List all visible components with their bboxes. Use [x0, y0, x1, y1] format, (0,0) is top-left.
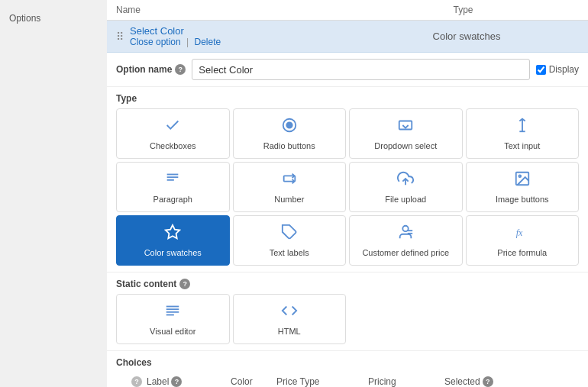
choices-section: Choices ? Label ? Color Price Type Prici… — [107, 351, 588, 387]
choices-header-price-type: Price Type — [276, 376, 368, 387]
static-grid: Visual editor HTML — [116, 294, 579, 344]
choices-header-info-icon[interactable]: ? — [131, 376, 142, 387]
type-label-visual-editor: Visual editor — [150, 327, 195, 336]
type-btn-radio-buttons[interactable]: Radio buttons — [233, 108, 347, 159]
drag-icon: ⠿ — [116, 31, 124, 43]
type-btn-customer-defined-price[interactable]: Customer defined price — [349, 215, 463, 266]
type-label-checkboxes: Checkboxes — [150, 141, 196, 150]
option-row: ⠿ Select Color Close option | Delete Col… — [107, 21, 588, 53]
static-section-label: Static content ? — [116, 279, 579, 289]
type-label-image-buttons: Image buttons — [496, 195, 549, 204]
html-icon — [281, 302, 298, 323]
display-label: Display — [549, 64, 579, 75]
visual-editor-icon — [164, 302, 181, 323]
dropdown-select-icon — [397, 117, 414, 137]
type-label-text-labels: Text labels — [270, 248, 309, 257]
checkboxes-icon — [164, 117, 181, 137]
sidebar: Options — [0, 0, 107, 387]
type-label-number: Number — [274, 195, 304, 204]
close-option-link[interactable]: Close option — [130, 37, 181, 47]
text-input-icon — [514, 117, 531, 137]
svg-marker-11 — [166, 225, 179, 238]
type-section-label: Type — [116, 93, 579, 104]
static-section: Static content ? Visual editor HTML — [107, 273, 588, 351]
choices-selected-info-icon[interactable]: ? — [483, 376, 493, 387]
type-section: Type Checkboxes Radio buttons — [107, 87, 588, 273]
type-btn-text-labels[interactable]: Text labels — [233, 215, 347, 266]
type-btn-dropdown-select[interactable]: Dropdown select — [349, 108, 463, 159]
type-label-paragraph: Paragraph — [153, 195, 192, 204]
image-buttons-icon — [514, 170, 531, 191]
type-btn-image-buttons[interactable]: Image buttons — [466, 162, 580, 212]
type-label-price-formula: Price formula — [497, 248, 547, 257]
file-upload-icon — [397, 170, 414, 191]
option-name-info-icon[interactable]: ? — [175, 64, 186, 75]
option-name-label: Option name ? — [116, 64, 186, 75]
choices-header-selected: Selected ? — [444, 376, 506, 387]
header-name-col: Name — [116, 5, 347, 15]
type-btn-checkboxes[interactable]: Checkboxes — [116, 108, 230, 159]
display-checkbox[interactable] — [536, 65, 546, 75]
static-info-icon[interactable]: ? — [179, 279, 190, 289]
type-btn-number[interactable]: Number — [233, 162, 347, 212]
type-label-color-swatches: Color swatches — [144, 248, 202, 257]
type-btn-file-upload[interactable]: File upload — [349, 162, 463, 212]
choices-header-color: Color — [231, 376, 276, 387]
option-row-actions: Close option | Delete — [130, 37, 354, 47]
price-formula-icon: fx — [514, 224, 531, 244]
options-header: Name Type — [107, 0, 588, 21]
svg-point-1 — [286, 122, 292, 127]
radio-buttons-icon — [281, 117, 298, 137]
type-label-text-input: Text input — [504, 141, 540, 150]
paragraph-icon — [164, 170, 181, 191]
header-type-col: Type — [347, 5, 579, 15]
type-btn-paragraph[interactable]: Paragraph — [116, 162, 230, 212]
type-label-file-upload: File upload — [385, 195, 426, 204]
choices-label-info-icon[interactable]: ? — [171, 376, 182, 387]
type-btn-html[interactable]: HTML — [233, 294, 347, 344]
main-content: Name Type ⠿ Select Color Close option | … — [107, 0, 588, 387]
customer-defined-price-icon — [397, 224, 414, 244]
type-btn-color-swatches[interactable]: Color swatches — [116, 215, 230, 266]
type-label-html: HTML — [278, 327, 301, 336]
type-btn-text-input[interactable]: Text input — [466, 108, 580, 159]
display-checkbox-row: Display — [536, 64, 579, 75]
svg-point-13 — [403, 226, 409, 231]
text-labels-icon — [281, 224, 298, 244]
choices-header-label: Label ? — [147, 376, 231, 387]
option-name-input[interactable] — [192, 59, 529, 80]
sidebar-label: Options — [9, 13, 40, 24]
delete-option-link[interactable]: Delete — [195, 37, 221, 47]
svg-text:fx: fx — [516, 227, 523, 238]
number-icon — [281, 170, 298, 191]
choices-label: Choices — [116, 357, 579, 368]
color-swatches-icon — [164, 224, 181, 244]
type-btn-visual-editor[interactable]: Visual editor — [116, 294, 230, 344]
type-btn-price-formula[interactable]: fx Price formula — [466, 215, 580, 266]
choices-header: ? Label ? Color Price Type Pricing Selec… — [116, 372, 579, 387]
type-label-customer-defined-price: Customer defined price — [362, 248, 449, 257]
svg-point-10 — [519, 175, 521, 177]
option-name-link[interactable]: Select Color — [130, 25, 354, 37]
type-label-radio-buttons: Radio buttons — [263, 141, 315, 150]
type-label-dropdown-select: Dropdown select — [374, 141, 437, 150]
option-name-section: Option name ? Display — [107, 53, 588, 87]
type-grid: Checkboxes Radio buttons Dropdown select — [116, 108, 579, 266]
choices-header-pricing: Pricing — [368, 376, 444, 387]
option-type-label: Color swatches — [354, 31, 579, 42]
